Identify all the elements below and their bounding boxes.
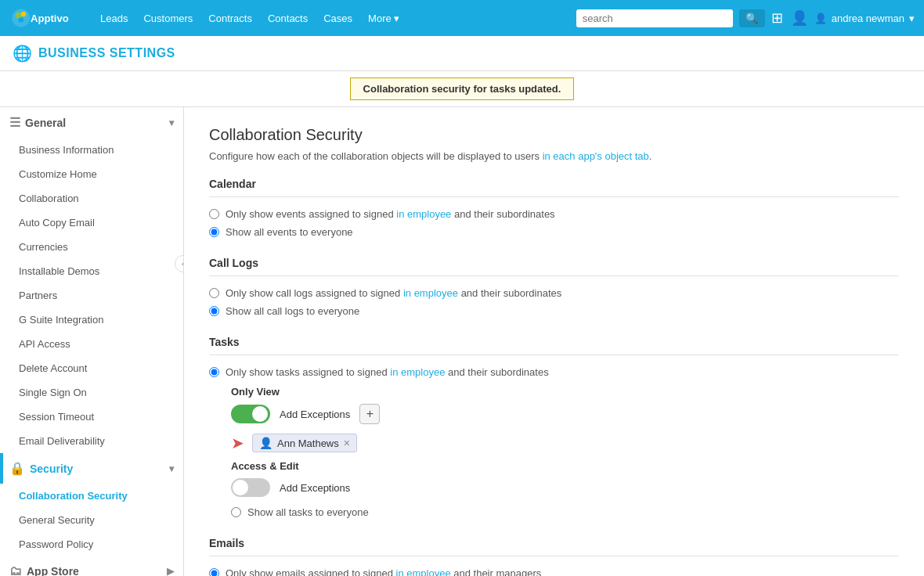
svg-point-3 — [18, 17, 23, 23]
sidebar-item-delete-account[interactable]: Delete Account — [0, 356, 183, 380]
only-view-toggle-row: Add Exceptions + — [231, 404, 899, 424]
apps-icon[interactable]: ⊞ — [771, 9, 783, 27]
sidebar: ☰ General ▾ Business Information Customi… — [0, 107, 184, 576]
tag-name: Ann Mathews — [277, 437, 339, 449]
tasks-label: Tasks — [209, 336, 899, 355]
sidebar-item-customize-home[interactable]: Customize Home — [0, 162, 183, 186]
tag-close-button[interactable]: × — [344, 437, 350, 449]
nav-more[interactable]: More ▾ — [360, 0, 407, 36]
calllogs-option-1-text: Only show call logs assigned to signed i… — [226, 287, 561, 299]
sidebar-item-gsuite[interactable]: G Suite Integration — [0, 308, 183, 332]
calllogs-option-2: Show all call logs to everyone — [209, 305, 899, 317]
sidebar-item-installable-demos[interactable]: Installable Demos — [0, 259, 183, 283]
nav-icons: ⊞ 👤 — [771, 9, 808, 27]
top-navigation: Apptivo Leads Customers Contracts Contac… — [0, 0, 924, 36]
collapse-icon: ‹ — [182, 258, 184, 269]
page-desc-after: . — [649, 150, 652, 162]
calllogs-label: Call Logs — [209, 257, 899, 276]
access-edit-toggle-row: Add Exceptions — [231, 478, 899, 497]
only-view-section: Only View Add Exceptions + ➤ 👤 Ann — [231, 386, 899, 452]
sidebar-section-appstore[interactable]: 🗂 App Store ▶ — [0, 556, 183, 576]
calendar-option-1: Only show events assigned to signed in e… — [209, 208, 899, 220]
tasks-option-2-text: Show all tasks to everyone — [247, 506, 369, 518]
search-input[interactable] — [576, 9, 733, 27]
sidebar-section-general[interactable]: ☰ General ▾ — [0, 107, 183, 138]
biz-settings-header: 🌐 BUSINESS SETTINGS — [0, 36, 924, 71]
sidebar-item-collaboration-security[interactable]: Collaboration Security — [0, 484, 183, 508]
sidebar-item-currencies[interactable]: Currencies — [0, 235, 183, 259]
sidebar-item-business-information[interactable]: Business Information — [0, 138, 183, 162]
nav-contacts[interactable]: Contacts — [260, 0, 316, 36]
toggle-knob-on — [252, 406, 268, 422]
sidebar-item-collaboration[interactable]: Collaboration — [0, 186, 183, 211]
add-exceptions-button-1[interactable]: + — [359, 404, 380, 424]
security-chevron: ▾ — [169, 463, 174, 474]
general-section-icon: ☰ — [9, 115, 20, 130]
calllogs-radio-1[interactable] — [209, 288, 219, 298]
user-menu[interactable]: 👤 andrea newman ▾ — [814, 13, 915, 24]
only-view-toggle[interactable] — [231, 405, 270, 423]
notification-bar: Collaboration security for tasks updated… — [0, 71, 924, 107]
calendar-label: Calendar — [209, 178, 899, 197]
calllogs-radio-2[interactable] — [209, 306, 219, 316]
add-exceptions-label-1: Add Exceptions — [280, 409, 350, 420]
nav-contracts[interactable]: Contracts — [200, 0, 260, 36]
calendar-radio-1[interactable] — [209, 209, 219, 219]
emails-section: Emails Only show emails assigned to sign… — [209, 537, 899, 576]
main-content: Collaboration Security Configure how eac… — [184, 107, 924, 576]
sidebar-item-general-security[interactable]: General Security — [0, 508, 183, 532]
tasks-option-2: Show all tasks to everyone — [231, 506, 899, 518]
calendar-option-2: Show all events to everyone — [209, 226, 899, 238]
users-icon[interactable]: 👤 — [791, 9, 808, 27]
security-section-icon: 🔒 — [9, 461, 25, 476]
nav-customers[interactable]: Customers — [135, 0, 200, 36]
calendar-radio-2[interactable] — [209, 227, 219, 237]
biz-settings-title: BUSINESS SETTINGS — [38, 46, 175, 60]
arrow-indicator: ➤ — [231, 434, 244, 452]
biz-settings-icon: 🌐 — [13, 44, 32, 63]
sidebar-item-password-policy[interactable]: Password Policy — [0, 532, 183, 556]
search-button[interactable]: 🔍 — [739, 9, 765, 27]
tasks-section: Tasks Only show tasks assigned to signed… — [209, 336, 899, 518]
calendar-section: Calendar Only show events assigned to si… — [209, 178, 899, 238]
calllogs-option-1: Only show call logs assigned to signed i… — [209, 287, 899, 299]
security-section-label: Security — [30, 463, 73, 475]
nav-cases[interactable]: Cases — [316, 0, 360, 36]
tasks-option-1-text: Only show tasks assigned to signed in em… — [226, 366, 549, 378]
calendar-option-1-text: Only show events assigned to signed in e… — [226, 208, 555, 220]
toggle-track-off — [231, 478, 270, 497]
page-title: Collaboration Security — [209, 126, 899, 144]
search-area: 🔍 — [576, 9, 765, 27]
emails-option-1-text: Only show emails assigned to signed in e… — [226, 567, 541, 576]
tasks-option-1: Only show tasks assigned to signed in em… — [209, 366, 899, 378]
sidebar-section-security[interactable]: 🔒 Security ▾ — [0, 453, 183, 484]
general-section-label: General — [25, 117, 66, 129]
general-chevron: ▾ — [169, 117, 174, 128]
emails-label: Emails — [209, 537, 899, 556]
appstore-section-label: App Store — [27, 565, 79, 576]
user-avatar-icon: 👤 — [814, 13, 827, 24]
sidebar-item-email-deliverability[interactable]: Email Deliverability — [0, 429, 183, 453]
sidebar-item-single-sign-on[interactable]: Single Sign On — [0, 380, 183, 405]
appstore-section-icon: 🗂 — [9, 564, 22, 576]
sidebar-item-session-timeout[interactable]: Session Timeout — [0, 405, 183, 429]
page-desc-link[interactable]: in each app's object tab — [543, 150, 649, 162]
sidebar-item-api-access[interactable]: API Access — [0, 332, 183, 356]
page-desc-before: Configure how each of the collaboration … — [209, 150, 543, 162]
calllogs-option-2-text: Show all call logs to everyone — [226, 305, 359, 317]
sidebar-item-auto-copy-email[interactable]: Auto Copy Email — [0, 211, 183, 235]
calendar-option-2-text: Show all events to everyone — [226, 226, 353, 238]
nav-leads[interactable]: Leads — [92, 0, 135, 36]
sidebar-item-partners[interactable]: Partners — [0, 283, 183, 308]
tasks-radio-2[interactable] — [231, 507, 241, 517]
emails-radio-1[interactable] — [209, 568, 219, 576]
access-edit-toggle[interactable] — [231, 478, 270, 497]
page-description: Configure how each of the collaboration … — [209, 150, 899, 162]
tag-user-icon: 👤 — [259, 437, 273, 449]
security-section-items: Collaboration Security General Security … — [0, 484, 183, 556]
svg-point-2 — [21, 12, 27, 17]
tasks-radio-1[interactable] — [209, 367, 219, 377]
app-logo[interactable]: Apptivo — [9, 5, 80, 31]
main-layout: ☰ General ▾ Business Information Customi… — [0, 107, 924, 576]
appstore-chevron: ▶ — [167, 566, 174, 576]
